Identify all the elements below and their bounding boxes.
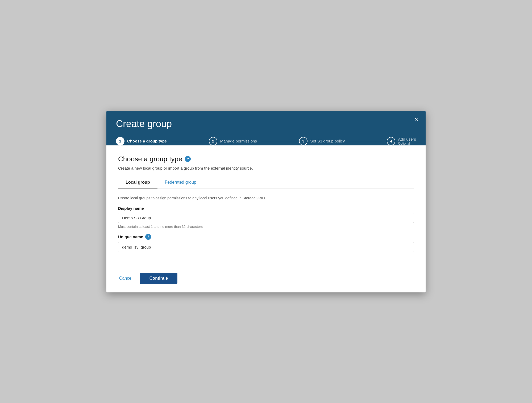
display-name-input[interactable] [118,213,414,223]
unique-name-input[interactable] [118,242,414,252]
group-type-tabs: Local group Federated group [118,177,414,188]
step-3: 3 Set S3 group policy [299,137,345,145]
step-connector-3 [349,141,383,141]
step-connector-2 [261,141,295,141]
tab-federated-group[interactable]: Federated group [157,177,204,188]
unique-name-help-icon[interactable]: ? [145,234,151,240]
step-4-label: Add users [398,137,416,141]
step-1-label: Choose a group type [127,139,167,143]
dialog-footer: Cancel Continue [106,266,426,292]
unique-name-label: Unique name ? [118,234,414,240]
stepper: 1 Choose a group type 2 Manage permissio… [116,137,416,145]
dialog-header: Create group × 1 Choose a group type 2 M… [106,111,426,145]
step-connector-1 [171,141,205,141]
display-name-hint: Must contain at least 1 and no more than… [118,225,414,229]
step-4-sublabel: Optional [398,142,416,145]
step-4: 4 Add users Optional [387,137,416,145]
form-description: Create local groups to assign permission… [118,196,414,200]
display-name-label: Display name [118,206,414,211]
continue-button[interactable]: Continue [140,273,177,284]
section-description: Create a new local group or import a gro… [118,166,414,170]
tab-local-group[interactable]: Local group [118,177,157,188]
step-1-circle: 1 [116,137,124,145]
step-2-circle: 2 [209,137,217,145]
create-group-dialog: Create group × 1 Choose a group type 2 M… [106,111,426,292]
cancel-button[interactable]: Cancel [118,274,134,283]
step-3-circle: 3 [299,137,307,145]
step-4-label-group: Add users Optional [398,137,416,145]
step-4-circle: 4 [387,137,395,145]
display-name-group: Display name Must contain at least 1 and… [118,206,414,229]
step-2-label: Manage permissions [220,139,257,143]
section-title-container: Choose a group type ? [118,155,414,163]
dialog-title: Create group [116,118,416,129]
close-button[interactable]: × [414,116,418,123]
section-help-icon[interactable]: ? [185,156,191,162]
step-2: 2 Manage permissions [209,137,257,145]
step-3-label: Set S3 group policy [310,139,345,143]
dialog-body: Choose a group type ? Create a new local… [106,145,426,266]
unique-name-group: Unique name ? [118,234,414,252]
section-title-text: Choose a group type [118,155,182,163]
step-1: 1 Choose a group type [116,137,167,145]
